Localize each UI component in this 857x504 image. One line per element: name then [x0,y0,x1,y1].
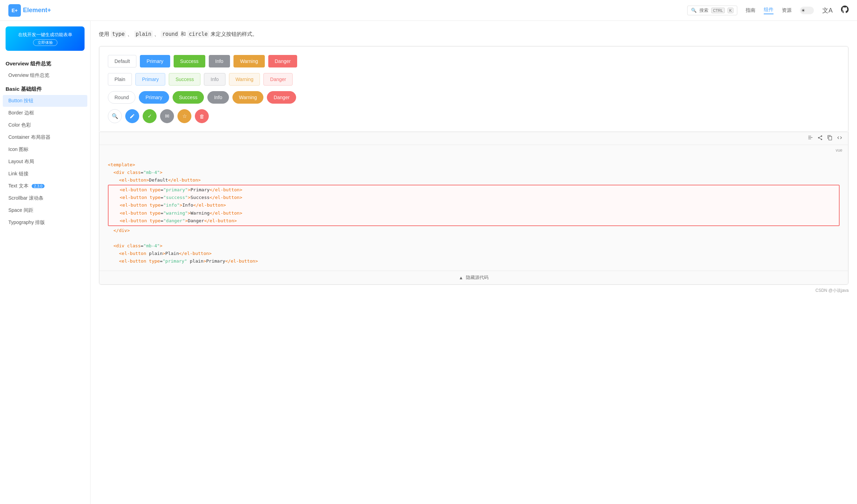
btn-success[interactable]: Success [174,55,205,67]
description: 使用 type 、 plain 、 round 和 circle 来定义按钮的样… [99,29,849,39]
sidebar-banner[interactable]: 在线开发一键生成功能表单 立即体验 [6,26,85,51]
btn-round-success[interactable]: Success [173,91,204,104]
sidebar-item-button[interactable]: Button 按钮 [3,95,87,107]
hide-code-label: 隐藏源代码 [466,274,489,281]
sidebar-item-color[interactable]: Color 色彩 [3,119,87,131]
text-badge: 2.3.0 [32,184,44,188]
btn-circle-success[interactable]: ✓ [143,109,157,123]
btn-default[interactable]: Default [108,55,136,67]
btn-plain-primary[interactable]: Primary [135,73,165,86]
btn-round-default[interactable]: Round [108,91,135,104]
nav-guide[interactable]: 指南 [746,7,755,14]
sidebar-item-space[interactable]: Space 间距 [3,205,87,216]
nav-resource[interactable]: 资源 [782,7,792,14]
sidebar: 在线开发一键生成功能表单 立即体验 Overview 组件总览 Overview… [0,21,90,504]
btn-plain-success[interactable]: Success [169,73,200,86]
code-toolbar [100,132,848,145]
sidebar-item-scrollbar[interactable]: Scrollbar 滚动条 [3,192,87,204]
section-title-basic: Basic 基础组件 [0,82,90,95]
logo[interactable]: E+ Element+ [8,4,51,17]
demo-area: Default Primary Success Info Warning Dan… [99,46,848,132]
sidebar-item-border[interactable]: Border 边框 [3,107,87,119]
logo-icon: E+ [8,4,21,17]
language-switch[interactable]: 文A [822,6,833,15]
toolbar-code-icon[interactable] [837,135,842,142]
nav-component[interactable]: 组件 [764,7,773,14]
sidebar-item-overview[interactable]: Overview 组件总览 [3,70,87,81]
search-label: 搜索 [699,7,708,14]
code-lang: vue [100,145,848,155]
btn-round-primary[interactable]: Primary [139,91,169,104]
btn-round-danger[interactable]: Danger [267,91,296,104]
btn-plain-danger[interactable]: Danger [263,73,293,86]
sidebar-item-link[interactable]: Link 链接 [3,168,87,180]
btn-row-circle: 🔍 ✓ ✉ ☆ 🗑 [108,109,840,123]
header-nav: 🔍 搜索 CTRL K 指南 组件 资源 文A [687,6,849,15]
sidebar-banner-main: 在线开发一键生成功能表单 [18,32,72,38]
hide-code-arrow: ▲ [459,275,463,280]
btn-row-default: Default Primary Success Info Warning Dan… [108,55,840,67]
btn-plain-warning[interactable]: Warning [229,73,260,86]
main-content: 使用 type 、 plain 、 round 和 circle 来定义按钮的样… [90,21,857,504]
sidebar-item-layout[interactable]: Layout 布局 [3,156,87,168]
btn-row-plain: Plain Primary Success Info Warning Dange… [108,73,840,86]
sidebar-item-container[interactable]: Container 布局容器 [3,131,87,143]
btn-warning[interactable]: Warning [233,55,265,67]
code-area: vue <template> <div class="mb-4"> <el-bu… [99,132,848,285]
btn-circle-warning[interactable]: ☆ [177,109,191,123]
search-bar[interactable]: 🔍 搜索 CTRL K [687,6,737,15]
footer-note: CSDN @小说java [99,288,849,294]
kbd-k: K [728,8,733,13]
sidebar-item-icon[interactable]: Icon 图标 [3,144,87,155]
toolbar-share-icon[interactable] [817,135,823,142]
page-wrapper: 在线开发一键生成功能表单 立即体验 Overview 组件总览 Overview… [0,21,857,504]
btn-primary[interactable]: Primary [140,55,170,67]
toolbar-format-icon[interactable] [808,135,813,142]
btn-circle-primary[interactable] [125,109,139,123]
btn-danger[interactable]: Danger [268,55,297,67]
btn-plain-default[interactable]: Plain [108,73,132,86]
hide-code-bar[interactable]: ▲ 隐藏源代码 [100,271,848,284]
sidebar-item-text[interactable]: Text 文本 2.3.0 [3,180,87,192]
btn-row-round: Round Primary Success Info Warning Dange… [108,91,840,104]
toolbar-copy-icon[interactable] [827,135,833,142]
btn-round-warning[interactable]: Warning [232,91,264,104]
logo-text: Element+ [23,7,51,14]
header: E+ Element+ 🔍 搜索 CTRL K 指南 组件 资源 文A [0,0,857,21]
sidebar-item-typography[interactable]: Typography 排版 [3,217,87,229]
github-icon[interactable] [841,6,849,15]
sidebar-banner-sub[interactable]: 立即体验 [33,39,57,46]
kbd-ctrl: CTRL [711,8,725,13]
btn-round-info[interactable]: Info [207,91,229,104]
btn-circle-info[interactable]: ✉ [160,109,174,123]
btn-plain-info[interactable]: Info [204,73,225,86]
theme-toggle[interactable] [800,7,814,14]
btn-circle-danger[interactable]: 🗑 [195,109,209,123]
btn-circle-default[interactable]: 🔍 [108,109,122,123]
section-title-overview: Overview 组件总览 [0,56,90,69]
code-block: <template> <div class="mb-4"> <el-button… [100,155,848,271]
btn-info[interactable]: Info [209,55,230,67]
search-icon: 🔍 [691,8,697,13]
demo-wrapper: Default Primary Success Info Warning Dan… [99,46,849,285]
